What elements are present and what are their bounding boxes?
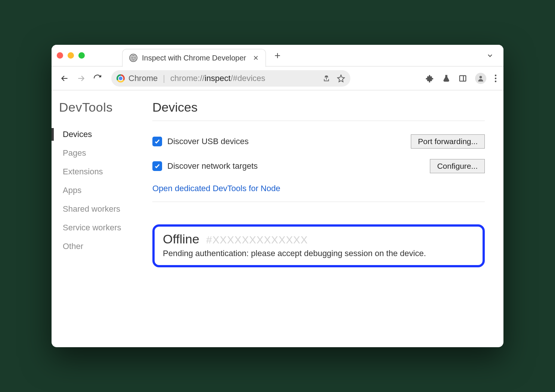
extensions-icon[interactable] (426, 74, 434, 83)
sidebar-item-other[interactable]: Other (59, 237, 149, 256)
sidebar-item-extensions[interactable]: Extensions (59, 162, 149, 181)
sidebar-item-shared-workers[interactable]: Shared workers (59, 200, 149, 218)
open-node-devtools-link[interactable]: Open dedicated DevTools for Node (152, 178, 280, 202)
devtools-brand: DevTools (59, 100, 149, 115)
port-forwarding-button[interactable]: Port forwarding... (411, 134, 485, 149)
sidebar-item-apps[interactable]: Apps (59, 181, 149, 200)
browser-window: Inspect with Chrome Developer Chrome | c… (52, 45, 503, 347)
divider (152, 202, 485, 202)
sidebar: DevTools Devices Pages Extensions Apps S… (52, 100, 149, 340)
toolbar-icons (426, 73, 497, 84)
back-button[interactable] (58, 72, 71, 85)
account-icon[interactable] (475, 73, 486, 84)
device-status-callout: Offline #XXXXXXXXXXXXX Pending authentic… (152, 224, 485, 267)
svg-point-2 (480, 76, 482, 78)
svg-rect-1 (460, 75, 466, 81)
tab-strip: Inspect with Chrome Developer (52, 45, 503, 66)
globe-icon (129, 54, 137, 62)
tab-dropdown-icon[interactable] (486, 52, 494, 59)
maximize-window-button[interactable] (78, 52, 85, 59)
discover-usb-row: Discover USB devices Port forwarding... (152, 129, 485, 154)
omnibox-separator: | (161, 74, 167, 83)
sidebar-item-service-workers[interactable]: Service workers (59, 218, 149, 237)
minimize-window-button[interactable] (68, 52, 74, 59)
menu-icon[interactable] (494, 74, 497, 83)
page-title: Devices (152, 100, 485, 115)
svg-point-5 (495, 80, 496, 82)
bookmark-star-icon[interactable] (337, 74, 345, 83)
browser-tab[interactable]: Inspect with Chrome Developer (122, 49, 266, 67)
sidebar-item-pages[interactable]: Pages (59, 144, 149, 162)
toolbar: Chrome | chrome://inspect/#devices (52, 66, 503, 90)
forward-button[interactable] (75, 72, 87, 85)
omnibox-url: chrome://inspect/#devices (170, 74, 265, 83)
omnibox[interactable]: Chrome | chrome://inspect/#devices (111, 70, 350, 87)
close-window-button[interactable] (57, 52, 63, 59)
chrome-icon (117, 74, 125, 83)
window-controls (57, 52, 85, 59)
new-tab-button[interactable] (272, 50, 283, 61)
share-icon[interactable] (323, 75, 330, 82)
labs-icon[interactable] (442, 74, 450, 83)
divider (152, 121, 485, 121)
close-tab-icon[interactable] (253, 55, 259, 61)
configure-button[interactable]: Configure... (430, 159, 485, 173)
page-content: DevTools Devices Pages Extensions Apps S… (52, 90, 503, 347)
discover-usb-checkbox[interactable] (152, 137, 162, 146)
omnibox-chip: Chrome (128, 74, 158, 83)
main-panel: Devices Discover USB devices Port forwar… (149, 100, 496, 340)
tab-title: Inspect with Chrome Developer (142, 54, 246, 62)
discover-usb-label: Discover USB devices (167, 137, 249, 146)
device-hash: #XXXXXXXXXXXXX (206, 234, 308, 246)
sidebar-item-devices[interactable]: Devices (59, 125, 149, 144)
reload-button[interactable] (91, 72, 104, 85)
device-message: Pending authentication: please accept de… (163, 249, 474, 258)
side-panel-icon[interactable] (459, 74, 467, 83)
discover-network-checkbox[interactable] (152, 161, 162, 171)
svg-point-4 (495, 77, 496, 79)
discover-network-row: Discover network targets Configure... (152, 154, 485, 178)
discover-network-label: Discover network targets (167, 161, 258, 171)
svg-point-3 (495, 74, 496, 76)
device-status: Offline (163, 232, 199, 246)
sidebar-nav: Devices Pages Extensions Apps Shared wor… (59, 125, 149, 256)
